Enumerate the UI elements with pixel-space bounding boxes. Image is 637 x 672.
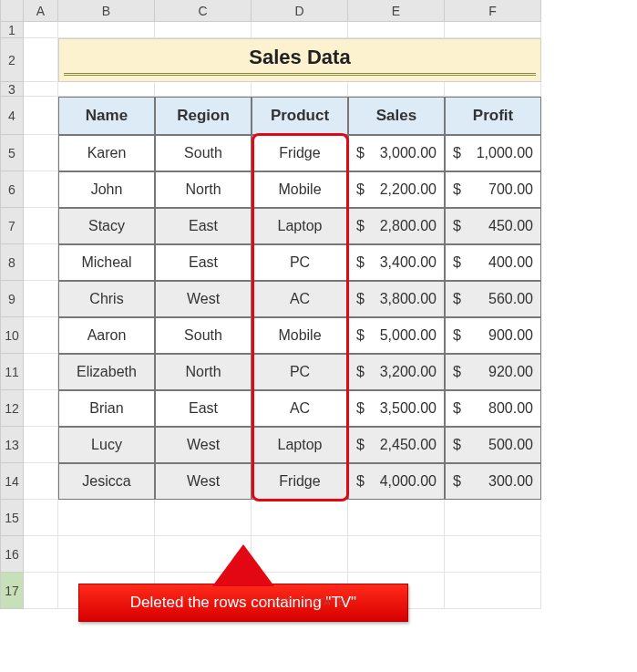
cell-name[interactable]: Stacy [58,208,155,244]
cell-empty[interactable] [58,22,155,38]
cell-A12[interactable] [24,390,58,427]
select-all-corner[interactable] [0,0,24,22]
cell-empty[interactable] [348,82,445,97]
cell-empty[interactable] [58,82,155,97]
cell-product[interactable]: Laptop [252,208,348,244]
row-header-13[interactable]: 13 [0,427,24,463]
cell-region[interactable]: East [155,208,252,244]
cell-sales[interactable]: $3,200.00 [348,354,445,390]
cell-region[interactable]: North [155,171,252,208]
row-header-8[interactable]: 8 [0,244,24,281]
cell-product[interactable]: Mobile [252,317,348,354]
cell-product[interactable]: AC [252,390,348,427]
row-header-4[interactable]: 4 [0,97,24,135]
cell-product[interactable]: Mobile [252,171,348,208]
table-header-1[interactable]: Region [155,97,252,135]
cell-empty[interactable] [252,22,348,38]
cell-A14[interactable] [24,463,58,500]
cell-product[interactable]: AC [252,281,348,317]
cell-sales[interactable]: $5,000.00 [348,317,445,354]
row-header-5[interactable]: 5 [0,135,24,171]
cell-empty[interactable] [155,500,252,536]
cell-name[interactable]: Chris [58,281,155,317]
row-header-6[interactable]: 6 [0,171,24,208]
cell-region[interactable]: East [155,244,252,281]
cell-empty[interactable] [445,573,541,609]
cell-sales[interactable]: $2,450.00 [348,427,445,463]
cell-region[interactable]: West [155,281,252,317]
cell-product[interactable]: Fridge [252,135,348,171]
table-header-4[interactable]: Profit [445,97,541,135]
cell-product[interactable]: PC [252,354,348,390]
cell-empty[interactable] [348,22,445,38]
cell-region[interactable]: North [155,354,252,390]
row-header-7[interactable]: 7 [0,208,24,244]
row-header-11[interactable]: 11 [0,354,24,390]
cell-region[interactable]: West [155,427,252,463]
cell-empty[interactable] [348,536,445,573]
cell-region[interactable]: East [155,390,252,427]
row-header-15[interactable]: 15 [0,500,24,536]
cell-product[interactable]: Laptop [252,427,348,463]
cell-profit[interactable]: $560.00 [445,281,541,317]
cell-name[interactable]: Jesicca [58,463,155,500]
cell-A16[interactable] [24,536,58,573]
cell-name[interactable]: Elizabeth [58,354,155,390]
cell-sales[interactable]: $4,000.00 [348,463,445,500]
cell-A3[interactable] [24,82,58,97]
cell-profit[interactable]: $300.00 [445,463,541,500]
cell-sales[interactable]: $2,800.00 [348,208,445,244]
col-header-C[interactable]: C [155,0,252,22]
cell-name[interactable]: Aaron [58,317,155,354]
cell-empty[interactable] [348,500,445,536]
col-header-F[interactable]: F [445,0,541,22]
table-header-2[interactable]: Product [252,97,348,135]
cell-profit[interactable]: $1,000.00 [445,135,541,171]
row-header-2[interactable]: 2 [0,38,24,82]
cell-A2[interactable] [24,38,58,82]
cell-sales[interactable]: $2,200.00 [348,171,445,208]
cell-profit[interactable]: $450.00 [445,208,541,244]
cell-A10[interactable] [24,317,58,354]
cell-name[interactable]: Lucy [58,427,155,463]
cell-A17[interactable] [24,573,58,609]
cell-A15[interactable] [24,500,58,536]
col-header-E[interactable]: E [348,0,445,22]
cell-region[interactable]: South [155,135,252,171]
row-header-3[interactable]: 3 [0,82,24,97]
cell-A11[interactable] [24,354,58,390]
col-header-A[interactable]: A [24,0,58,22]
cell-profit[interactable]: $800.00 [445,390,541,427]
cell-profit[interactable]: $700.00 [445,171,541,208]
cell-A5[interactable] [24,135,58,171]
cell-region[interactable]: West [155,463,252,500]
cell-empty[interactable] [445,500,541,536]
table-header-3[interactable]: Sales [348,97,445,135]
cell-A6[interactable] [24,171,58,208]
row-header-1[interactable]: 1 [0,22,24,38]
cell-profit[interactable]: $920.00 [445,354,541,390]
row-header-10[interactable]: 10 [0,317,24,354]
cell-name[interactable]: John [58,171,155,208]
cell-A9[interactable] [24,281,58,317]
cell-A7[interactable] [24,208,58,244]
cell-empty[interactable] [445,536,541,573]
cell-sales[interactable]: $3,000.00 [348,135,445,171]
cell-empty[interactable] [58,536,155,573]
row-header-9[interactable]: 9 [0,281,24,317]
cell-A8[interactable] [24,244,58,281]
cell-region[interactable]: South [155,317,252,354]
cell-name[interactable]: Micheal [58,244,155,281]
col-header-D[interactable]: D [252,0,348,22]
table-header-0[interactable]: Name [58,97,155,135]
col-header-B[interactable]: B [58,0,155,22]
cell-empty[interactable] [252,82,348,97]
cell-name[interactable]: Karen [58,135,155,171]
cell-product[interactable]: Fridge [252,463,348,500]
cell-sales[interactable]: $3,500.00 [348,390,445,427]
cell-profit[interactable]: $500.00 [445,427,541,463]
row-header-17[interactable]: 17 [0,573,24,609]
cell-product[interactable]: PC [252,244,348,281]
cell-A13[interactable] [24,427,58,463]
cell-empty[interactable] [445,22,541,38]
